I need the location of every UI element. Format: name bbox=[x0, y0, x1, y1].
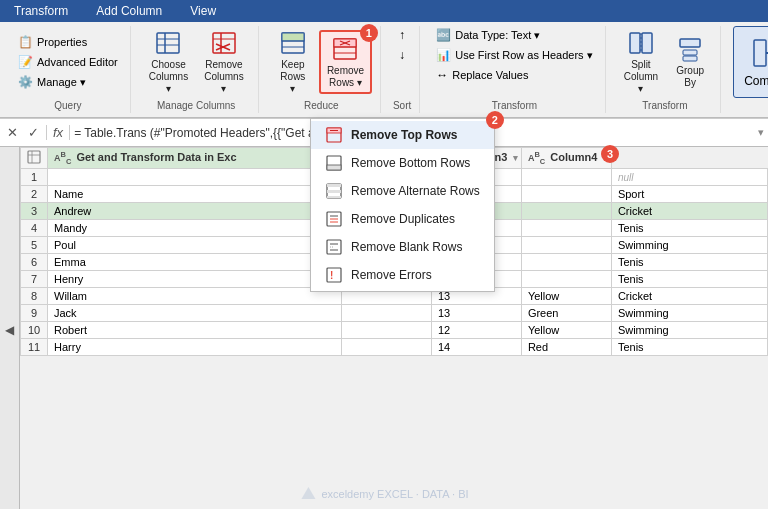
group-by-button[interactable]: GroupBy bbox=[668, 32, 712, 92]
remove-blank-rows-icon bbox=[325, 238, 343, 256]
cell[interactable]: Emma bbox=[48, 254, 342, 271]
cell[interactable]: Yellow bbox=[521, 322, 611, 339]
query-items: 📋 Properties 📝 Advanced Editor ⚙️ Manage… bbox=[14, 26, 122, 98]
cell-sport[interactable]: Tenis bbox=[611, 220, 767, 237]
ribbon: Transform Add Column View 📋 Properties 📝… bbox=[0, 0, 768, 119]
cell[interactable]: Harry bbox=[48, 339, 342, 356]
combine-icon bbox=[752, 37, 768, 72]
sort-asc-button[interactable]: ↑ bbox=[395, 26, 409, 44]
properties-button[interactable]: 📋 Properties bbox=[14, 33, 122, 51]
cell[interactable] bbox=[521, 169, 611, 186]
tab-view[interactable]: View bbox=[176, 0, 230, 22]
cell[interactable] bbox=[341, 339, 431, 356]
ribbon-body: 📋 Properties 📝 Advanced Editor ⚙️ Manage… bbox=[0, 22, 768, 118]
cell[interactable] bbox=[341, 305, 431, 322]
cancel-icon[interactable]: ✕ bbox=[4, 124, 21, 141]
cell[interactable] bbox=[521, 271, 611, 288]
keep-rows-button[interactable]: KeepRows ▾ bbox=[271, 26, 315, 98]
menu-remove-blank-rows[interactable]: Remove Blank Rows bbox=[311, 233, 494, 261]
data-type-button[interactable]: 🔤 Data Type: Text ▾ bbox=[432, 26, 544, 44]
col-header-1[interactable]: ABC Get and Transform Data in Exc ▾ bbox=[48, 148, 342, 169]
remove-rows-button[interactable]: RemoveRows ▾ 1 bbox=[319, 30, 372, 94]
cell[interactable] bbox=[521, 254, 611, 271]
cell[interactable]: Name bbox=[48, 186, 342, 203]
menu-remove-errors[interactable]: ! Remove Errors bbox=[311, 261, 494, 289]
cell[interactable]: 13 bbox=[431, 305, 521, 322]
properties-icon: 📋 bbox=[18, 35, 33, 49]
combine-button[interactable]: Combine bbox=[733, 26, 768, 98]
replace-values-button[interactable]: ↔ Replace Values bbox=[432, 66, 532, 84]
replace-values-icon: ↔ bbox=[436, 68, 448, 82]
choose-columns-button[interactable]: ChooseColumns ▾ bbox=[143, 26, 194, 98]
sort-items: ↑ ↓ bbox=[395, 26, 409, 98]
group-sort: ↑ ↓ Sort bbox=[385, 26, 420, 113]
cell[interactable]: Willam bbox=[48, 288, 342, 305]
split-group-items: SplitColumn ▾ GroupBy bbox=[618, 26, 712, 98]
cell[interactable]: Poul bbox=[48, 237, 342, 254]
cell-sport[interactable]: Swimming bbox=[611, 322, 767, 339]
cell[interactable]: Jack bbox=[48, 305, 342, 322]
cell[interactable]: Henry bbox=[48, 271, 342, 288]
cell-sport[interactable]: null bbox=[611, 169, 767, 186]
circle-3: 3 bbox=[601, 145, 619, 163]
cell-sport[interactable]: Swimming bbox=[611, 305, 767, 322]
cell[interactable] bbox=[341, 322, 431, 339]
cell[interactable] bbox=[48, 169, 342, 186]
row-number: 3 bbox=[21, 203, 48, 220]
cell[interactable]: Robert bbox=[48, 322, 342, 339]
tab-transform[interactable]: Transform bbox=[0, 0, 82, 22]
sort-desc-button[interactable]: ↓ bbox=[395, 46, 409, 64]
menu-remove-top-rows[interactable]: Remove Top Rows bbox=[311, 121, 494, 149]
cell-sport[interactable]: Sport bbox=[611, 186, 767, 203]
col1-header-label: Get and Transform Data in Exc bbox=[76, 151, 236, 163]
cell[interactable]: 12 bbox=[431, 322, 521, 339]
menu-remove-duplicates[interactable]: Remove Duplicates bbox=[311, 205, 494, 233]
col3-filter-icon[interactable]: ▾ bbox=[513, 153, 518, 163]
cell-sport[interactable]: Tenis bbox=[611, 271, 767, 288]
row-number: 2 bbox=[21, 186, 48, 203]
cell-sport[interactable]: Cricket bbox=[611, 203, 767, 220]
remove-columns-button[interactable]: RemoveColumns ▾ bbox=[198, 26, 249, 98]
manage-icon: ⚙️ bbox=[18, 75, 33, 89]
cell-sport[interactable]: Tenis bbox=[611, 254, 767, 271]
properties-label: Properties bbox=[37, 36, 87, 48]
cell[interactable] bbox=[521, 220, 611, 237]
group-transform: 🔤 Data Type: Text ▾ 📊 Use First Row as H… bbox=[424, 26, 605, 113]
confirm-icon[interactable]: ✓ bbox=[25, 124, 42, 141]
split-column-button[interactable]: SplitColumn ▾ bbox=[618, 26, 664, 98]
cell[interactable]: Red bbox=[521, 339, 611, 356]
menu-remove-bottom-rows[interactable]: Remove Bottom Rows bbox=[311, 149, 494, 177]
row-number: 9 bbox=[21, 305, 48, 322]
col-header-rownum bbox=[21, 148, 48, 169]
svg-rect-20 bbox=[642, 33, 652, 53]
group-by-label: GroupBy bbox=[676, 65, 704, 89]
formula-expand[interactable]: ▾ bbox=[758, 126, 764, 139]
col-header-4[interactable]: ABC Column4 ▾ bbox=[521, 148, 611, 169]
cell-sport[interactable]: Cricket bbox=[611, 288, 767, 305]
cell[interactable] bbox=[521, 237, 611, 254]
cell[interactable] bbox=[521, 186, 611, 203]
use-first-row-button[interactable]: 📊 Use First Row as Headers ▾ bbox=[432, 46, 596, 64]
manage-button[interactable]: ⚙️ Manage ▾ bbox=[14, 73, 122, 91]
cell[interactable]: 14 bbox=[431, 339, 521, 356]
cell-sport[interactable]: Tenis bbox=[611, 339, 767, 356]
reduce-group-label: Reduce bbox=[304, 98, 338, 113]
advanced-editor-button[interactable]: 📝 Advanced Editor bbox=[14, 53, 122, 71]
transform-group-label: Transform bbox=[492, 98, 537, 113]
group-by-icon bbox=[676, 35, 704, 63]
cell[interactable]: Mandy bbox=[48, 220, 342, 237]
table-row: 9Jack13GreenSwimming bbox=[21, 305, 768, 322]
cell[interactable] bbox=[521, 203, 611, 220]
cell[interactable]: Andrew bbox=[48, 203, 342, 220]
collapse-button[interactable]: ◀ bbox=[0, 147, 20, 509]
sort-group-label: Sort bbox=[393, 98, 411, 113]
menu-remove-alternate-rows[interactable]: Remove Alternate Rows bbox=[311, 177, 494, 205]
tab-add-column[interactable]: Add Column bbox=[82, 0, 176, 22]
menu-remove-bottom-rows-label: Remove Bottom Rows bbox=[351, 156, 470, 170]
cell-sport[interactable]: Swimming bbox=[611, 237, 767, 254]
menu-remove-top-rows-label: Remove Top Rows bbox=[351, 128, 457, 142]
remove-errors-icon: ! bbox=[325, 266, 343, 284]
cell[interactable]: Yellow bbox=[521, 288, 611, 305]
cell[interactable]: Green bbox=[521, 305, 611, 322]
combine-label: Combine bbox=[744, 74, 768, 88]
